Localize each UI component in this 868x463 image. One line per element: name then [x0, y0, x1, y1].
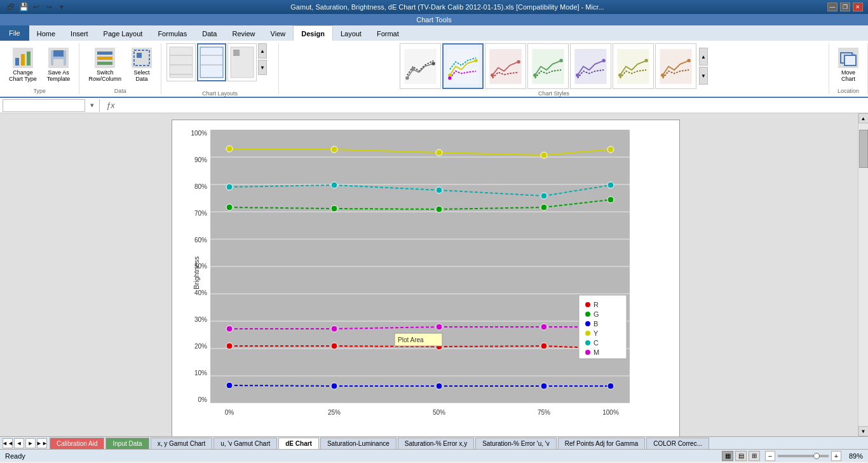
page-break-view-btn[interactable]: ⊞	[749, 451, 760, 461]
svg-text:Y: Y	[593, 329, 599, 337]
svg-rect-11	[170, 47, 193, 78]
tab-nav-first[interactable]: ◄◄	[3, 438, 13, 448]
scrollbar-thumb[interactable]	[859, 130, 868, 168]
tab-nav-next[interactable]: ►	[25, 438, 36, 448]
undo-btn[interactable]: ↩	[31, 1, 42, 13]
svg-point-70	[226, 184, 233, 190]
sheet-tab-nav: ◄◄ ◄ ► ►►	[3, 438, 47, 448]
scrollbar-down-btn[interactable]: ▼	[858, 426, 869, 436]
chart-container[interactable]: Brightness 100% 90% 80% 70% 60% 50% 40% …	[172, 120, 680, 436]
location-group-label: Location	[837, 88, 859, 94]
save-quick-btn[interactable]: 💾	[18, 1, 29, 13]
move-chart-btn[interactable]: MoveChart	[834, 46, 862, 84]
chart-plot-area: Brightness 100% 90% 80% 70% 60% 50% 40% …	[210, 130, 655, 416]
chart-style-2[interactable]	[442, 43, 484, 89]
svg-point-114	[585, 312, 590, 317]
scrollbar-up-btn[interactable]: ▲	[858, 113, 869, 123]
save-as-template-btn[interactable]: Save AsTemplate	[43, 46, 74, 84]
expand-formula-btn[interactable]: ▾	[90, 101, 94, 109]
zoom-controls: − + 89%	[765, 451, 863, 461]
layout-scroll-down[interactable]: ▼	[258, 60, 267, 75]
sheet-tab-calibration-aid[interactable]: Calibration Aid	[50, 438, 104, 449]
tab-nav-prev[interactable]: ◄	[14, 438, 24, 448]
tab-file[interactable]: File	[0, 25, 29, 41]
styles-scroll-down[interactable]: ▼	[699, 67, 708, 85]
chart-inner: Brightness 100% 90% 80% 70% 60% 50% 40% …	[172, 120, 679, 436]
svg-point-30	[517, 60, 520, 64]
layout-thumb-3[interactable]	[227, 43, 257, 81]
svg-point-88	[226, 326, 233, 332]
tab-view[interactable]: View	[263, 27, 294, 41]
zoom-out-btn[interactable]: −	[765, 451, 775, 461]
normal-view-btn[interactable]: ▦	[722, 451, 733, 461]
svg-text:25%: 25%	[328, 409, 341, 416]
svg-point-61	[226, 146, 233, 152]
title-bar: 🗗 💾 ↩ ↪ ▾ Gamut, Saturation, Brightness,…	[0, 0, 868, 14]
svg-point-39	[644, 59, 648, 62]
switch-row-column-btn[interactable]: SwitchRow/Column	[85, 46, 125, 84]
layout-thumb-2[interactable]	[197, 43, 226, 81]
tab-insert[interactable]: Insert	[63, 27, 96, 41]
chart-style-5[interactable]	[570, 43, 611, 89]
tab-page-layout[interactable]: Page Layout	[96, 27, 151, 41]
chart-style-6[interactable]	[613, 43, 654, 89]
svg-line-76	[334, 209, 439, 209]
tab-design[interactable]: Design	[293, 25, 333, 41]
name-box[interactable]	[3, 99, 85, 112]
window-controls[interactable]: — ❐ ✕	[827, 3, 863, 11]
page-layout-view-btn[interactable]: ▤	[735, 451, 747, 461]
layout-scroll-up[interactable]: ▲	[258, 43, 267, 59]
styles-group-label: Chart Styles	[538, 90, 569, 97]
tab-formulas[interactable]: Formulas	[150, 27, 194, 41]
svg-point-27	[448, 76, 452, 80]
chart-style-4[interactable]	[527, 43, 569, 89]
ribbon-group-location: MoveChart Location	[829, 43, 868, 94]
minimize-btn[interactable]: —	[827, 3, 837, 11]
svg-text:C: C	[593, 339, 599, 347]
sheet-tab-saturation-error-uv[interactable]: Saturation-% Error 'u, 'v	[475, 438, 557, 449]
sheet-tab-xy-gamut[interactable]: x, y Gamut Chart	[151, 438, 213, 449]
sheet-tab-uv-gamut[interactable]: u, 'v Gamut Chart	[214, 438, 277, 449]
tab-data[interactable]: Data	[194, 27, 224, 41]
select-data-icon	[132, 48, 152, 68]
sheet-tab-de-chart[interactable]: dE Chart	[278, 438, 319, 449]
formula-bar-controls: ▾	[88, 101, 97, 109]
chart-style-3[interactable]	[485, 43, 526, 89]
redo-btn[interactable]: ↪	[43, 1, 55, 13]
tab-layout[interactable]: Layout	[333, 27, 369, 41]
svg-point-97	[226, 343, 233, 349]
tab-review[interactable]: Review	[224, 27, 262, 41]
sheet-tab-input-data[interactable]: Input Data	[105, 438, 149, 449]
close-btn[interactable]: ✕	[853, 3, 863, 11]
chart-style-1[interactable]	[400, 43, 441, 89]
zoom-slider[interactable]	[778, 455, 829, 457]
sheet-tab-saturation-error-xy[interactable]: Saturation-% Error x,y	[398, 438, 474, 449]
svg-point-63	[436, 149, 442, 156]
view-mode-buttons: ▦ ▤ ⊞	[722, 451, 760, 461]
zoom-level: 89%	[844, 452, 863, 460]
tab-format[interactable]: Format	[369, 27, 407, 41]
chart-style-7[interactable]	[655, 43, 696, 89]
excel-icon: 🗗	[5, 1, 17, 13]
layout-thumb-1[interactable]	[166, 43, 196, 81]
sheet-tab-saturation-luminance[interactable]: Saturation-Luminance	[320, 438, 397, 449]
y-axis-labels: 100% 90% 80% 70% 60% 50% 40% 30% 20% 10%…	[182, 130, 207, 403]
status-right: ▦ ▤ ⊞ − + 89%	[722, 451, 863, 461]
svg-point-65	[607, 146, 614, 153]
zoom-slider-thumb[interactable]	[813, 453, 820, 459]
tab-nav-last[interactable]: ►►	[37, 438, 47, 448]
zoom-in-btn[interactable]: +	[831, 451, 841, 461]
formula-input[interactable]	[121, 99, 865, 112]
tab-home[interactable]: Home	[29, 27, 63, 41]
restore-btn[interactable]: ❐	[840, 3, 850, 11]
select-data-btn[interactable]: SelectData	[128, 46, 156, 84]
change-chart-type-btn[interactable]: ChangeChart Type	[5, 46, 41, 84]
styles-scroll-up[interactable]: ▲	[699, 48, 708, 66]
worksheet: Brightness 100% 90% 80% 70% 60% 50% 40% …	[0, 113, 858, 436]
svg-point-122	[585, 350, 590, 355]
scrollbar-track[interactable]	[858, 123, 868, 426]
customize-btn[interactable]: ▾	[56, 1, 67, 13]
svg-rect-37	[617, 49, 649, 84]
sheet-tab-ref-points[interactable]: Ref Points Adj for Gamma	[558, 438, 646, 449]
sheet-tab-color-correct[interactable]: COLOR Correc...	[646, 438, 709, 449]
